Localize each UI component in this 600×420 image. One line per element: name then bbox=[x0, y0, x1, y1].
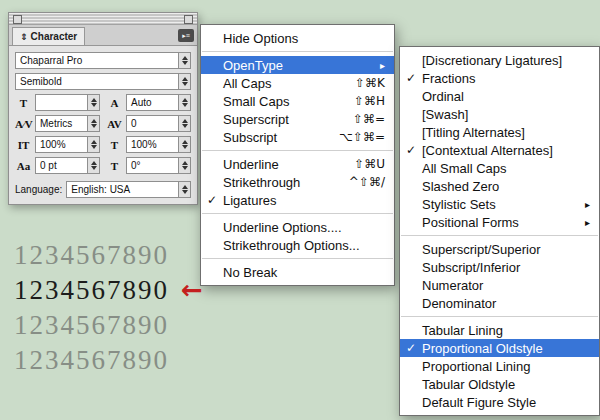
panel-menu-icon: ▸≡ bbox=[182, 32, 190, 40]
checkmark-icon: ✓ bbox=[406, 143, 416, 157]
font-size-icon: T bbox=[15, 97, 32, 109]
stepper-icon[interactable] bbox=[178, 74, 190, 89]
stepper-icon[interactable] bbox=[178, 158, 190, 173]
menu-item-underline[interactable]: Underline ⇧⌘U bbox=[201, 155, 394, 173]
tracking-select[interactable]: 0 bbox=[126, 115, 191, 132]
language-label: Language: bbox=[15, 184, 62, 195]
menu-item-strikethrough-options[interactable]: Strikethrough Options... bbox=[201, 236, 394, 254]
submenu-item-swash[interactable]: [Swash] bbox=[400, 105, 599, 123]
stepper-icon[interactable] bbox=[178, 53, 190, 68]
menu-item-no-break[interactable]: No Break bbox=[201, 263, 394, 281]
submenu-item-tabular-oldstyle[interactable]: Tabular Oldstyle bbox=[400, 375, 599, 393]
submenu-item-titling-alternates[interactable]: [Titling Alternates] bbox=[400, 123, 599, 141]
submenu-arrow-icon: ▸ bbox=[380, 60, 385, 71]
opentype-submenu: [Discretionary Ligatures] ✓ Fractions Or… bbox=[399, 46, 600, 416]
shortcut: ⇧⌘H bbox=[338, 94, 385, 108]
shortcut: ⌥⇧⌘= bbox=[323, 130, 385, 144]
font-style-select[interactable]: Semibold bbox=[15, 73, 191, 90]
menu-item-superscript[interactable]: Superscript ⇧⌘= bbox=[201, 110, 394, 128]
font-size-input[interactable] bbox=[35, 94, 100, 111]
menu-separator bbox=[202, 258, 393, 259]
submenu-item-default-figure-style[interactable]: Default Figure Style bbox=[400, 393, 599, 411]
submenu-item-contextual-alternates[interactable]: ✓ [Contextual Alternates] bbox=[400, 141, 599, 159]
stepper-icon[interactable] bbox=[178, 137, 190, 152]
figure-sample-row: 1234567890 bbox=[14, 238, 203, 273]
vertical-scale-value: 100% bbox=[36, 139, 87, 150]
skew-input[interactable]: 0° bbox=[126, 157, 191, 174]
collapse-icon[interactable] bbox=[184, 15, 193, 24]
submenu-item-proportional-oldstyle[interactable]: ✓ Proportional Oldstyle bbox=[400, 339, 599, 357]
kerning-value: Metrics bbox=[36, 118, 87, 129]
font-style-value: Semibold bbox=[16, 76, 178, 87]
submenu-item-proportional-lining[interactable]: Proportional Lining bbox=[400, 357, 599, 375]
tab-character[interactable]: ⇕ Character bbox=[12, 27, 85, 45]
desktop: ⇕ Character ▸≡ Chaparral Pro Semibold T bbox=[0, 0, 600, 420]
panel-controls-grid: T A Auto A⁄V Metrics bbox=[15, 94, 191, 174]
sample-digits: 1234567890 bbox=[14, 343, 169, 378]
figure-samples: 1234567890 1234567890 ← 1234567890 12345… bbox=[14, 238, 203, 378]
vertical-scale-input[interactable]: 100% bbox=[35, 136, 100, 153]
kerning-icon: A⁄V bbox=[15, 118, 32, 130]
submenu-item-tabular-lining[interactable]: Tabular Lining bbox=[400, 321, 599, 339]
submenu-item-discretionary-ligatures[interactable]: [Discretionary Ligatures] bbox=[400, 51, 599, 69]
menu-item-subscript[interactable]: Subscript ⌥⇧⌘= bbox=[201, 128, 394, 146]
submenu-arrow-icon: ▸ bbox=[585, 199, 590, 210]
font-family-select[interactable]: Chaparral Pro bbox=[15, 52, 191, 69]
stepper-icon[interactable] bbox=[178, 182, 190, 197]
baseline-shift-icon: Aa bbox=[15, 160, 32, 172]
menu-item-strikethrough[interactable]: Strikethrough ^⇧⌘/ bbox=[201, 173, 394, 191]
figure-sample-row-active: 1234567890 ← bbox=[14, 273, 203, 308]
language-select[interactable]: English: USA bbox=[66, 181, 191, 198]
shortcut: ⇧⌘K bbox=[339, 76, 385, 90]
submenu-item-superscript-superior[interactable]: Superscript/Superior bbox=[400, 240, 599, 258]
menu-item-all-caps[interactable]: All Caps ⇧⌘K bbox=[201, 74, 394, 92]
leading-icon: A bbox=[106, 97, 123, 109]
tab-character-label: Character bbox=[31, 31, 78, 42]
horizontal-scale-icon: T bbox=[106, 139, 123, 151]
submenu-item-numerator[interactable]: Numerator bbox=[400, 276, 599, 294]
stepper-icon[interactable] bbox=[87, 158, 99, 173]
stepper-icon[interactable] bbox=[87, 137, 99, 152]
stepper-icon[interactable] bbox=[178, 116, 190, 131]
baseline-shift-input[interactable]: 0 pt bbox=[35, 157, 100, 174]
checkmark-icon: ✓ bbox=[406, 71, 416, 85]
submenu-item-slashed-zero[interactable]: Slashed Zero bbox=[400, 177, 599, 195]
tracking-icon: AV bbox=[106, 118, 123, 130]
sample-digits: 1234567890 bbox=[14, 273, 169, 308]
menu-item-small-caps[interactable]: Small Caps ⇧⌘H bbox=[201, 92, 394, 110]
skew-icon: T bbox=[106, 160, 123, 172]
menu-separator bbox=[202, 213, 393, 214]
submenu-item-positional-forms[interactable]: Positional Forms ▸ bbox=[400, 213, 599, 231]
close-icon[interactable] bbox=[13, 15, 22, 24]
submenu-item-fractions[interactable]: ✓ Fractions bbox=[400, 69, 599, 87]
menu-item-opentype[interactable]: OpenType ▸ bbox=[201, 56, 394, 74]
menu-separator bbox=[401, 235, 598, 236]
stepper-icon[interactable] bbox=[87, 95, 99, 110]
stepper-icon[interactable] bbox=[178, 95, 190, 110]
menu-item-underline-options[interactable]: Underline Options.... bbox=[201, 218, 394, 236]
menu-item-ligatures[interactable]: ✓ Ligatures bbox=[201, 191, 394, 209]
left-arrow-icon: ← bbox=[181, 273, 203, 308]
double-arrow-icon: ⇕ bbox=[20, 32, 28, 42]
horizontal-scale-input[interactable]: 100% bbox=[126, 136, 191, 153]
figure-sample-row: 1234567890 bbox=[14, 308, 203, 343]
language-row: Language: English: USA bbox=[15, 181, 191, 198]
shortcut: ⇧⌘U bbox=[338, 157, 385, 171]
submenu-item-stylistic-sets[interactable]: Stylistic Sets ▸ bbox=[400, 195, 599, 213]
shortcut: ⇧⌘= bbox=[337, 112, 385, 126]
panel-tab-strip: ⇕ Character ▸≡ bbox=[9, 25, 197, 46]
panel-titlebar[interactable] bbox=[9, 13, 197, 25]
menu-item-hide-options[interactable]: Hide Options bbox=[201, 29, 394, 47]
submenu-item-denominator[interactable]: Denominator bbox=[400, 294, 599, 312]
shortcut: ^⇧⌘/ bbox=[333, 175, 385, 189]
horizontal-scale-value: 100% bbox=[127, 139, 178, 150]
panel-menu-button[interactable]: ▸≡ bbox=[178, 29, 194, 42]
submenu-item-ordinal[interactable]: Ordinal bbox=[400, 87, 599, 105]
menu-separator bbox=[401, 316, 598, 317]
submenu-item-subscript-inferior[interactable]: Subscript/Inferior bbox=[400, 258, 599, 276]
kerning-select[interactable]: Metrics bbox=[35, 115, 100, 132]
submenu-item-all-small-caps[interactable]: All Small Caps bbox=[400, 159, 599, 177]
stepper-icon[interactable] bbox=[87, 116, 99, 131]
leading-select[interactable]: Auto bbox=[126, 94, 191, 111]
checkmark-icon: ✓ bbox=[406, 341, 416, 355]
